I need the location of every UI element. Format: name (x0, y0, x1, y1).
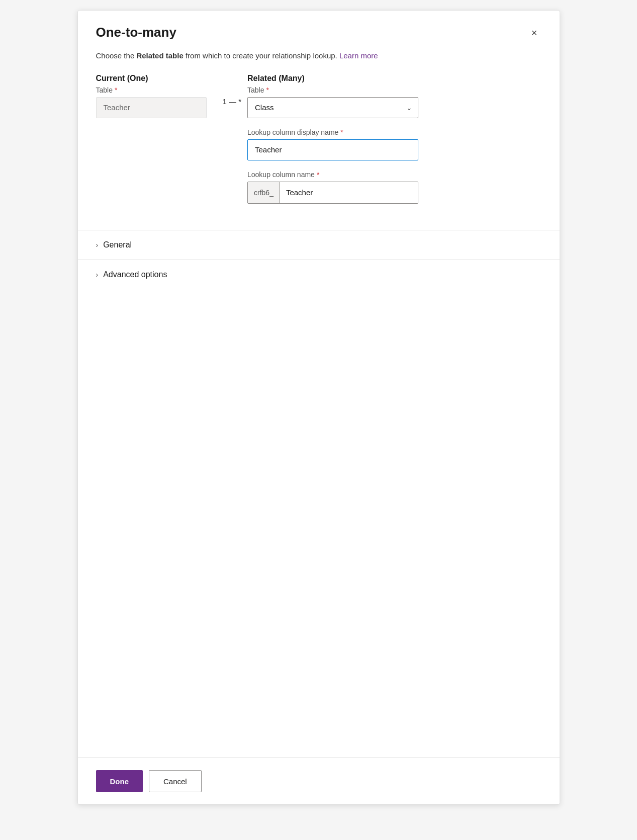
advanced-section-toggle[interactable]: › Advanced options (96, 270, 167, 279)
done-button[interactable]: Done (96, 770, 143, 792)
advanced-options-section: › Advanced options (78, 260, 560, 289)
lookup-name-label: Lookup column name * (247, 171, 541, 179)
dialog-footer: Done Cancel (78, 758, 560, 804)
lookup-name-field: Lookup column name * crfb6_ (247, 171, 541, 204)
current-one-heading: Current (One) (96, 74, 217, 83)
learn-more-link[interactable]: Learn more (339, 51, 378, 60)
related-table-required: * (266, 86, 268, 94)
related-table-select[interactable]: Class (247, 97, 418, 118)
advanced-chevron-icon: › (96, 271, 99, 279)
close-button[interactable]: × (527, 26, 541, 40)
general-chevron-icon: › (96, 241, 99, 249)
lookup-display-label: Lookup column display name * (247, 128, 541, 136)
general-section-toggle[interactable]: › General (96, 240, 132, 249)
connector-area: 1 — * (217, 97, 248, 110)
related-many-panel: Related (Many) Table * Class ⌄ Lookup co… (247, 74, 541, 214)
description-bold: Related table (136, 51, 183, 60)
dialog-description: Choose the Related table from which to c… (78, 50, 560, 74)
general-section: › General (78, 230, 560, 260)
current-table-required: * (115, 86, 117, 94)
current-one-panel: Current (One) Table * Teacher (96, 74, 217, 128)
advanced-section-label: Advanced options (103, 270, 167, 279)
relationship-section: Current (One) Table * Teacher 1 — * Rela… (78, 74, 560, 230)
connector-text: 1 — * (223, 97, 242, 106)
dialog-container: One-to-many × Choose the Related table f… (77, 10, 560, 805)
dialog-header: One-to-many × (78, 11, 560, 50)
lookup-name-required: * (317, 171, 319, 179)
description-suffix: from which to create your relationship l… (184, 51, 337, 60)
description-prefix: Choose the (96, 51, 137, 60)
lookup-name-input[interactable] (280, 182, 418, 203)
related-many-heading: Related (Many) (247, 74, 541, 83)
lookup-name-wrapper: crfb6_ (247, 182, 418, 204)
current-table-field: Table * Teacher (96, 86, 217, 118)
lookup-name-prefix: crfb6_ (248, 182, 280, 203)
lookup-display-required: * (340, 128, 343, 136)
lookup-display-field: Lookup column display name * (247, 128, 541, 160)
related-table-label: Table * (247, 86, 541, 94)
current-table-value: Teacher (96, 97, 207, 118)
general-section-label: General (103, 240, 132, 249)
related-table-select-wrapper: Class ⌄ (247, 97, 418, 118)
cancel-button[interactable]: Cancel (149, 770, 202, 792)
lookup-display-input[interactable] (247, 139, 418, 160)
dialog-title: One-to-many (96, 25, 176, 40)
related-table-field: Table * Class ⌄ (247, 86, 541, 118)
current-table-label: Table * (96, 86, 217, 94)
